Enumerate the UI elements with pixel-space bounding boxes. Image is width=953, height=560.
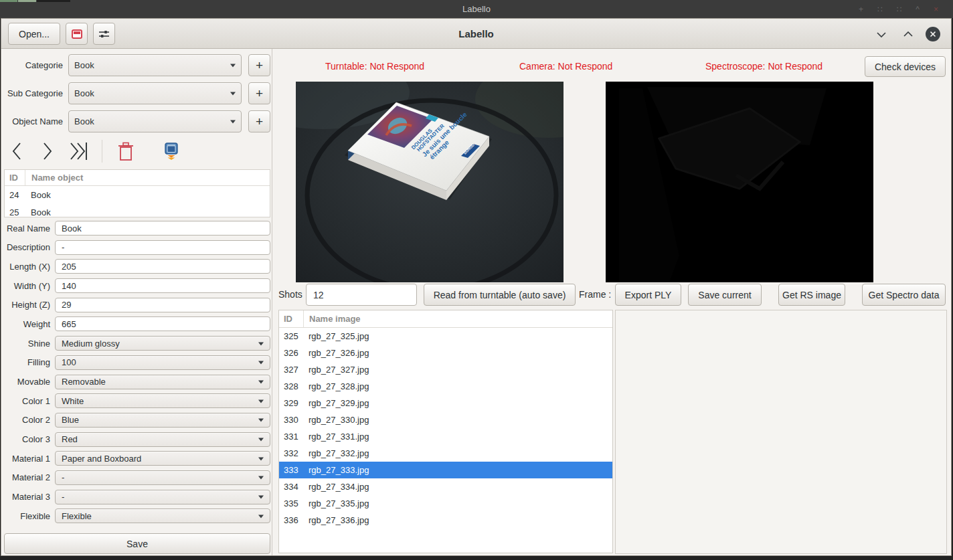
- image-row-332[interactable]: 332 rgb_27_332.jpg: [279, 445, 612, 462]
- shots-input[interactable]: [306, 284, 417, 306]
- object-table-body: 24 Book 25 Book: [5, 186, 270, 217]
- shots-label: Shots: [278, 284, 302, 306]
- color-1-select[interactable]: White: [55, 393, 270, 408]
- chevron-down-icon: [258, 342, 264, 348]
- add-categorie-button[interactable]: +: [248, 54, 270, 76]
- next-object-button[interactable]: [33, 141, 63, 162]
- image-row-336[interactable]: 336 rgb_27_336.jpg: [279, 512, 612, 529]
- chevron-down-icon: [258, 399, 264, 405]
- object-name-select[interactable]: Book: [68, 110, 242, 132]
- image-row-335[interactable]: 335 rgb_27_335.jpg: [279, 495, 612, 512]
- movable-label: Movable: [4, 377, 55, 387]
- material-1-select[interactable]: Paper and Boxboard: [55, 451, 270, 466]
- secondary-camera-image: [606, 82, 873, 282]
- object-name-label: Object Name: [4, 116, 68, 126]
- description-input[interactable]: -: [55, 240, 270, 255]
- delete-object-button[interactable]: [112, 141, 141, 161]
- image-row-326[interactable]: 326 rgb_27_326.jpg: [279, 345, 612, 361]
- close-button[interactable]: [926, 27, 940, 41]
- labello-window: Open... Labello: [1, 18, 952, 556]
- shine-select[interactable]: Medium glossy: [55, 336, 270, 351]
- secondary-camera-panel: [606, 82, 873, 282]
- nav-separator: [102, 140, 102, 163]
- width-y-input[interactable]: 140: [55, 278, 270, 293]
- headerbar: Open... Labello: [1, 19, 951, 49]
- check-devices-button[interactable]: Check devices: [865, 56, 946, 77]
- add-object-name-button[interactable]: +: [248, 110, 270, 132]
- object-row-25[interactable]: 25 Book: [5, 203, 270, 217]
- real-name-input[interactable]: Book: [55, 221, 270, 236]
- desktop-top-bar: Labello +∷∷^×: [0, 0, 953, 18]
- object-form: Real Name Book Description - Length (X) …: [4, 221, 270, 523]
- image-row-333[interactable]: 333 rgb_27_333.jpg: [279, 462, 612, 478]
- image-row-331[interactable]: 331 rgb_27_331.jpg: [279, 428, 612, 445]
- object-name-column-header[interactable]: Name object: [25, 170, 270, 185]
- image-row-328[interactable]: 328 rgb_27_328.jpg: [279, 378, 612, 395]
- real-name-label: Real Name: [4, 223, 55, 234]
- categorie-label: Categorie: [4, 60, 68, 70]
- length-x-input[interactable]: 205: [55, 259, 270, 274]
- chevron-down-icon: [230, 120, 236, 126]
- color-3-select[interactable]: Red: [55, 432, 270, 447]
- sub-categorie-select[interactable]: Book: [68, 82, 242, 104]
- get-rs-image-button[interactable]: Get RS image: [778, 284, 845, 306]
- object-table: ID Name object 24 Book 25 Book: [4, 169, 270, 217]
- flexible-select[interactable]: Flexible: [55, 508, 270, 523]
- image-table-body: 325 rgb_27_325.jpg 326 rgb_27_326.jpg 32…: [279, 328, 612, 529]
- image-name-column-header[interactable]: Name image: [303, 310, 612, 327]
- flexible-label: Flexible: [4, 511, 55, 521]
- filling-select[interactable]: 100: [55, 355, 270, 370]
- chevron-down-icon: [877, 31, 886, 37]
- read-from-turntable-button[interactable]: Read from turntable (auto save): [424, 284, 576, 306]
- movable-select[interactable]: Removable: [55, 375, 270, 389]
- send-to-device-button[interactable]: [159, 143, 188, 161]
- image-table: ID Name image 325 rgb_27_325.jpg 326 rgb…: [278, 310, 613, 553]
- content-area: Categorie Book + Sub Categorie Book + Ob…: [1, 49, 951, 555]
- image-id-column-header[interactable]: ID: [279, 314, 303, 324]
- field-color-1: Color 1 White: [4, 393, 270, 408]
- image-row-325[interactable]: 325 rgb_27_325.jpg: [279, 328, 612, 345]
- save-current-button[interactable]: Save current: [688, 284, 762, 306]
- get-spectro-data-button[interactable]: Get Spectro data: [862, 284, 946, 306]
- category-rows: Categorie Book + Sub Categorie Book + Ob…: [4, 54, 270, 132]
- height-z-input[interactable]: 29: [55, 298, 270, 312]
- close-icon: [930, 31, 936, 37]
- object-table-header: ID Name object: [5, 170, 270, 186]
- object-row-24[interactable]: 24 Book: [5, 186, 270, 203]
- chevron-down-icon: [258, 476, 264, 482]
- object-sidebar: Categorie Book + Sub Categorie Book + Ob…: [4, 54, 270, 554]
- weight-label: Weight: [4, 319, 55, 329]
- length-x-label: Length (X): [4, 262, 55, 272]
- save-button[interactable]: Save: [4, 533, 270, 554]
- maximize-button[interactable]: [900, 26, 916, 42]
- export-ply-button[interactable]: Export PLY: [615, 284, 681, 306]
- height-z-label: Height (Z): [4, 300, 55, 310]
- categorie-select[interactable]: Book: [68, 54, 242, 76]
- minimize-button[interactable]: [873, 26, 889, 42]
- field-color-2: Color 2 Blue: [4, 413, 270, 428]
- field-color-3: Color 3 Red: [4, 432, 270, 447]
- pane-splitter[interactable]: [272, 49, 272, 555]
- chevron-down-icon: [230, 64, 236, 70]
- field-material-3: Material 3 -: [4, 490, 270, 504]
- category-row-categorie: Categorie Book +: [4, 54, 270, 76]
- image-row-334[interactable]: 334 rgb_27_334.jpg: [279, 478, 612, 495]
- field-flexible: Flexible Flexible: [4, 508, 270, 523]
- field-filling: Filling 100: [4, 355, 270, 370]
- caret-icon: ^: [916, 5, 920, 14]
- image-row-330[interactable]: 330 rgb_27_330.jpg: [279, 411, 612, 428]
- camera-status: Camera: Not Respond: [519, 56, 612, 76]
- sub-categorie-label: Sub Categorie: [4, 88, 68, 98]
- shine-label: Shine: [4, 339, 55, 349]
- color-2-select[interactable]: Blue: [55, 413, 270, 428]
- chevron-left-icon: [9, 141, 25, 162]
- last-object-button[interactable]: [63, 141, 98, 162]
- weight-input[interactable]: 665: [55, 316, 270, 331]
- material-3-select[interactable]: -: [55, 490, 270, 504]
- add-sub-categorie-button[interactable]: +: [248, 82, 270, 104]
- object-id-column-header[interactable]: ID: [5, 173, 25, 183]
- material-2-select[interactable]: -: [55, 470, 270, 485]
- image-row-329[interactable]: 329 rgb_27_329.jpg: [279, 395, 612, 411]
- image-row-327[interactable]: 327 rgb_27_327.jpg: [279, 361, 612, 378]
- prev-object-button[interactable]: [4, 141, 33, 162]
